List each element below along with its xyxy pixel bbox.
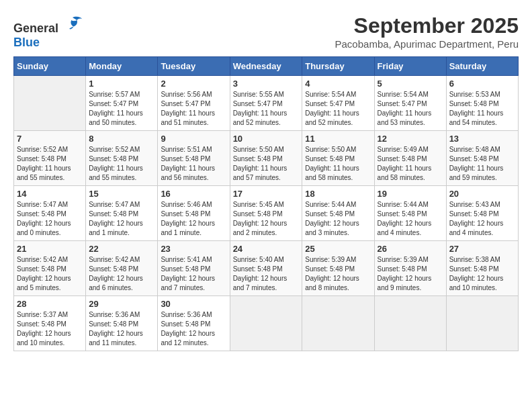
month-title: September 2025 [335,13,519,38]
day-number: 3 [233,79,300,89]
day-info: Sunrise: 5:53 AM Sunset: 5:48 PM Dayligh… [449,90,515,128]
column-header-wednesday: Wednesday [230,57,302,76]
day-cell [230,296,302,351]
day-number: 28 [17,299,83,309]
day-number: 21 [17,244,83,254]
day-info: Sunrise: 5:36 AM Sunset: 5:48 PM Dayligh… [89,310,154,348]
day-info: Sunrise: 5:48 AM Sunset: 5:48 PM Dayligh… [449,145,515,183]
day-number: 25 [305,244,371,254]
day-number: 14 [17,189,83,199]
day-number: 15 [89,189,154,199]
day-number: 2 [161,79,226,89]
logo-bird-icon [62,13,83,32]
day-cell: 15Sunrise: 5:47 AM Sunset: 5:48 PM Dayli… [86,186,158,241]
day-info: Sunrise: 5:56 AM Sunset: 5:47 PM Dayligh… [161,90,226,128]
day-info: Sunrise: 5:51 AM Sunset: 5:48 PM Dayligh… [161,145,226,183]
day-cell: 1Sunrise: 5:57 AM Sunset: 5:47 PM Daylig… [86,76,158,131]
day-cell: 25Sunrise: 5:39 AM Sunset: 5:48 PM Dayli… [302,241,374,296]
day-info: Sunrise: 5:47 AM Sunset: 5:48 PM Dayligh… [89,200,154,238]
day-cell: 30Sunrise: 5:36 AM Sunset: 5:48 PM Dayli… [158,296,230,351]
day-info: Sunrise: 5:50 AM Sunset: 5:48 PM Dayligh… [305,145,371,183]
day-info: Sunrise: 5:40 AM Sunset: 5:48 PM Dayligh… [233,255,300,293]
day-info: Sunrise: 5:42 AM Sunset: 5:48 PM Dayligh… [17,255,83,293]
day-cell: 4Sunrise: 5:54 AM Sunset: 5:47 PM Daylig… [302,76,374,131]
day-number: 26 [378,244,443,254]
day-number: 7 [17,134,83,144]
column-header-friday: Friday [374,57,446,76]
day-number: 17 [233,189,300,199]
day-info: Sunrise: 5:47 AM Sunset: 5:48 PM Dayligh… [17,200,83,238]
day-cell: 8Sunrise: 5:52 AM Sunset: 5:48 PM Daylig… [86,131,158,186]
day-number: 4 [305,79,371,89]
column-header-sunday: Sunday [14,57,86,76]
day-info: Sunrise: 5:46 AM Sunset: 5:48 PM Dayligh… [161,200,226,238]
day-info: Sunrise: 5:57 AM Sunset: 5:47 PM Dayligh… [89,90,154,128]
day-number: 12 [378,134,443,144]
day-info: Sunrise: 5:54 AM Sunset: 5:47 PM Dayligh… [378,90,443,128]
day-cell: 27Sunrise: 5:38 AM Sunset: 5:48 PM Dayli… [446,241,518,296]
day-number: 9 [161,134,226,144]
week-row-5: 28Sunrise: 5:37 AM Sunset: 5:48 PM Dayli… [14,296,519,351]
day-number: 19 [378,189,443,199]
day-info: Sunrise: 5:50 AM Sunset: 5:48 PM Dayligh… [233,145,300,183]
day-info: Sunrise: 5:45 AM Sunset: 5:48 PM Dayligh… [233,200,300,238]
location-subtitle: Pacobamba, Apurimac Department, Peru [335,38,519,50]
day-cell: 23Sunrise: 5:41 AM Sunset: 5:48 PM Dayli… [158,241,230,296]
day-cell [374,296,446,351]
day-cell: 29Sunrise: 5:36 AM Sunset: 5:48 PM Dayli… [86,296,158,351]
day-cell: 17Sunrise: 5:45 AM Sunset: 5:48 PM Dayli… [230,186,302,241]
day-info: Sunrise: 5:37 AM Sunset: 5:48 PM Dayligh… [17,310,83,348]
day-cell [14,76,86,131]
day-info: Sunrise: 5:43 AM Sunset: 5:48 PM Dayligh… [449,200,515,238]
day-cell: 3Sunrise: 5:55 AM Sunset: 5:47 PM Daylig… [230,76,302,131]
day-cell: 6Sunrise: 5:53 AM Sunset: 5:48 PM Daylig… [446,76,518,131]
day-cell: 11Sunrise: 5:50 AM Sunset: 5:48 PM Dayli… [302,131,374,186]
day-cell: 22Sunrise: 5:42 AM Sunset: 5:48 PM Dayli… [86,241,158,296]
week-row-3: 14Sunrise: 5:47 AM Sunset: 5:48 PM Dayli… [14,186,519,241]
day-cell: 19Sunrise: 5:44 AM Sunset: 5:48 PM Dayli… [374,186,446,241]
day-info: Sunrise: 5:39 AM Sunset: 5:48 PM Dayligh… [305,255,371,293]
day-cell: 10Sunrise: 5:50 AM Sunset: 5:48 PM Dayli… [230,131,302,186]
column-header-thursday: Thursday [302,57,374,76]
day-info: Sunrise: 5:49 AM Sunset: 5:48 PM Dayligh… [378,145,443,183]
day-number: 16 [161,189,226,199]
day-info: Sunrise: 5:36 AM Sunset: 5:48 PM Dayligh… [161,310,226,348]
day-number: 18 [305,189,371,199]
day-info: Sunrise: 5:54 AM Sunset: 5:47 PM Dayligh… [305,90,371,128]
day-number: 27 [449,244,515,254]
column-header-tuesday: Tuesday [158,57,230,76]
day-number: 1 [89,79,154,89]
day-number: 6 [449,79,515,89]
day-cell: 5Sunrise: 5:54 AM Sunset: 5:47 PM Daylig… [374,76,446,131]
day-info: Sunrise: 5:39 AM Sunset: 5:48 PM Dayligh… [378,255,443,293]
day-cell [446,296,518,351]
day-cell: 24Sunrise: 5:40 AM Sunset: 5:48 PM Dayli… [230,241,302,296]
day-info: Sunrise: 5:41 AM Sunset: 5:48 PM Dayligh… [161,255,226,293]
title-area: September 2025 Pacobamba, Apurimac Depar… [335,13,519,50]
day-cell: 20Sunrise: 5:43 AM Sunset: 5:48 PM Dayli… [446,186,518,241]
day-cell: 2Sunrise: 5:56 AM Sunset: 5:47 PM Daylig… [158,76,230,131]
day-info: Sunrise: 5:42 AM Sunset: 5:48 PM Dayligh… [89,255,154,293]
day-cell: 26Sunrise: 5:39 AM Sunset: 5:48 PM Dayli… [374,241,446,296]
day-number: 29 [89,299,154,309]
day-cell: 9Sunrise: 5:51 AM Sunset: 5:48 PM Daylig… [158,131,230,186]
day-number: 8 [89,134,154,144]
column-header-monday: Monday [86,57,158,76]
calendar-header-row: SundayMondayTuesdayWednesdayThursdayFrid… [14,57,519,76]
header: General Blue September 2025 Pacobamba, A… [13,13,519,50]
day-number: 13 [449,134,515,144]
day-cell: 12Sunrise: 5:49 AM Sunset: 5:48 PM Dayli… [374,131,446,186]
logo-blue-text: Blue [13,36,40,49]
day-cell: 13Sunrise: 5:48 AM Sunset: 5:48 PM Dayli… [446,131,518,186]
day-number: 11 [305,134,371,144]
week-row-2: 7Sunrise: 5:52 AM Sunset: 5:48 PM Daylig… [14,131,519,186]
day-number: 23 [161,244,226,254]
week-row-4: 21Sunrise: 5:42 AM Sunset: 5:48 PM Dayli… [14,241,519,296]
day-cell [302,296,374,351]
day-number: 30 [161,299,226,309]
day-cell: 18Sunrise: 5:44 AM Sunset: 5:48 PM Dayli… [302,186,374,241]
day-info: Sunrise: 5:55 AM Sunset: 5:47 PM Dayligh… [233,90,300,128]
logo: General Blue [13,13,83,50]
logo-general-text: General [13,21,58,35]
week-row-1: 1Sunrise: 5:57 AM Sunset: 5:47 PM Daylig… [14,76,519,131]
